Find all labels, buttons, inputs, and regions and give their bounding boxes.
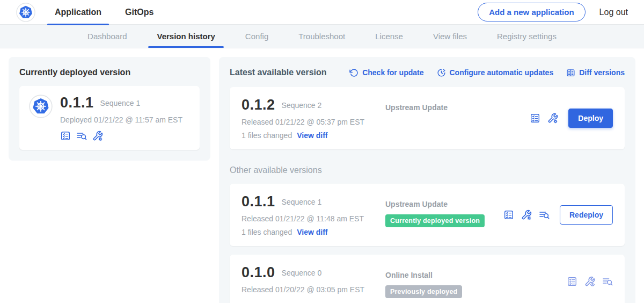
subtab-troubleshoot[interactable]: Troubleshoot (283, 25, 360, 48)
preflight-checks-icon[interactable] (530, 113, 540, 124)
preflight-checks-icon[interactable] (503, 210, 514, 220)
sequence-label: Sequence 1 (282, 198, 322, 206)
released-timestamp: Released 01/20/22 @ 03:05 pm EST (241, 285, 380, 294)
main-content: Currently deployed version 0.1.1 Sequenc… (0, 48, 644, 303)
tab-gitops-label: GitOps (125, 8, 153, 17)
version-source-label: Online Install (385, 271, 567, 279)
preflight-checks-icon[interactable] (567, 276, 577, 287)
config-icon[interactable] (547, 113, 558, 124)
currently-deployed-title: Currently deployed version (19, 68, 200, 77)
deployed-version-card: 0.1.1 Sequence 1 Deployed 01/21/22 @ 11:… (19, 86, 200, 150)
deploy-button[interactable]: Deploy (568, 109, 613, 128)
version-number: 0.1.0 (241, 264, 275, 281)
latest-available-title: Latest available version (230, 68, 327, 77)
release-notes-icon[interactable] (602, 276, 613, 287)
sequence-label: Sequence 2 (282, 101, 322, 110)
other-available-versions-title: Other available versions (230, 165, 625, 175)
redeploy-button[interactable]: Redeploy (560, 205, 613, 225)
version-source-label: Upstream Update (385, 200, 503, 208)
config-icon[interactable] (92, 131, 103, 141)
released-timestamp: Released 01/21/22 @ 05:37 pm EST (241, 118, 380, 126)
tab-application-label: Application (55, 8, 101, 17)
check-for-update-link[interactable]: Check for update (349, 68, 423, 77)
previously-deployed-badge: Previously deployed (385, 285, 462, 298)
subtab-dashboard[interactable]: Dashboard (72, 25, 142, 48)
version-number: 0.1.2 (241, 97, 275, 113)
version-row-0-1-1: 0.1.1 Sequence 1 Released 01/21/22 @ 11:… (230, 184, 625, 246)
view-config-icon[interactable] (584, 276, 595, 287)
logout-link[interactable]: Log out (599, 8, 628, 17)
diff-icon (566, 68, 575, 77)
preflight-checks-icon[interactable] (60, 131, 71, 141)
app-kubernetes-logo (29, 95, 53, 120)
subtab-view-files[interactable]: View files (418, 25, 482, 48)
release-notes-icon[interactable] (76, 131, 87, 141)
application-subnav: Dashboard Version history Config Trouble… (0, 25, 644, 48)
currently-deployed-badge: Currently deployed version (385, 214, 485, 227)
configure-automatic-updates-link[interactable]: Configure automatic updates (437, 68, 554, 77)
tab-gitops[interactable]: GitOps (125, 0, 153, 25)
sequence-label: Sequence 0 (282, 269, 322, 277)
top-navigation-bar: Application GitOps Add a new application… (0, 0, 644, 25)
version-row-0-1-0: 0.1.0 Sequence 0 Released 01/20/22 @ 03:… (230, 255, 625, 303)
view-diff-link[interactable]: View diff (297, 131, 327, 140)
deployed-sequence-label: Sequence 1 (100, 99, 141, 107)
files-changed-label: 1 files changed (241, 131, 292, 140)
refresh-icon (349, 68, 358, 77)
available-versions-panel: Latest available version Check for updat… (219, 57, 635, 303)
currently-deployed-panel: Currently deployed version 0.1.1 Sequenc… (9, 57, 210, 161)
version-number: 0.1.1 (241, 193, 275, 210)
subtab-registry-settings[interactable]: Registry settings (482, 25, 572, 48)
tab-application[interactable]: Application (55, 0, 101, 25)
view-diff-link[interactable]: View diff (297, 228, 327, 236)
deployed-timestamp: Deployed 01/21/22 @ 11:57 am EST (60, 116, 182, 124)
subtab-version-history[interactable]: Version history (142, 25, 230, 48)
version-row-0-1-2: 0.1.2 Sequence 2 Released 01/21/22 @ 05:… (230, 87, 625, 149)
subtab-config[interactable]: Config (230, 25, 283, 48)
diff-versions-link[interactable]: Diff versions (566, 68, 625, 77)
release-notes-icon[interactable] (539, 210, 550, 220)
add-application-button[interactable]: Add a new application (478, 3, 585, 21)
files-changed-label: 1 files changed (241, 228, 292, 236)
config-icon[interactable] (521, 210, 532, 220)
version-source-label: Upstream Update (385, 103, 530, 112)
deployed-version-number: 0.1.1 (60, 95, 94, 111)
subtab-license[interactable]: License (360, 25, 418, 48)
released-timestamp: Released 01/21/22 @ 11:48 am EST (241, 214, 380, 223)
update-schedule-icon (437, 68, 446, 77)
kubernetes-logo (16, 3, 35, 22)
